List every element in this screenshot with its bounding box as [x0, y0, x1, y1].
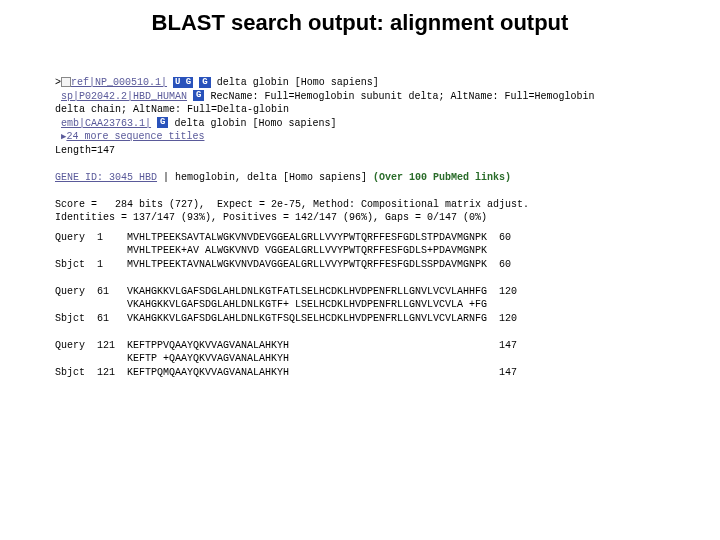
identities-line: Identities = 137/147 (93%), Positives = … [55, 211, 710, 225]
alignment-block: Query 1 MVHLTPEEKSAVTALWGKVNVDEVGGEALGRL… [55, 231, 710, 380]
page-title: BLAST search output: alignment output [120, 10, 600, 36]
blank [55, 157, 710, 171]
gene-icon[interactable]: G [199, 77, 210, 88]
alignment-row: Sbjct 61 VKAHGKKVLGAFSDGLAHLDNLKGTFSQLSE… [55, 312, 710, 326]
gene-icon[interactable]: G [193, 90, 204, 101]
hit-desc: RecName: Full=Hemoglobin subunit delta; … [204, 91, 594, 102]
alignment-row: Sbjct 121 KEFTPQMQAAYQKVVAGVANALAHKYH 14… [55, 366, 710, 380]
alignment-row [55, 271, 710, 285]
checkbox-icon[interactable] [61, 77, 71, 87]
length-line: Length=147 [55, 144, 710, 158]
alignment-row: MVHLTPEEK+AV ALWGKVNVD VGGEALGRLLVVYPWTQ… [55, 244, 710, 258]
hit-line-3: emb|CAA23763.1| G delta globin [Homo sap… [55, 117, 710, 131]
gene-desc: | hemoglobin, delta [Homo sapiens] [157, 172, 373, 183]
blast-output: >ref|NP_000510.1| U G G delta globin [Ho… [55, 76, 710, 379]
score-line: Score = 284 bits (727), Expect = 2e-75, … [55, 198, 710, 212]
pubmed-link[interactable]: (Over 100 PubMed links) [373, 172, 511, 183]
alignment-row: Sbjct 1 MVHLTPEEKTAVNALWGKVNVDAVGGEALGRL… [55, 258, 710, 272]
alignment-row: Query 1 MVHLTPEEKSAVTALWGKVNVDEVGGEALGRL… [55, 231, 710, 245]
alignment-row: KEFTP +QAAYQKVVAGVANALAHKYH [55, 352, 710, 366]
hit-wrap: delta chain; AltName: Full=Delta-globin [55, 103, 710, 117]
accession-link[interactable]: emb|CAA23763.1| [61, 118, 151, 129]
accession-link[interactable]: ref|NP_000510.1| [71, 77, 167, 88]
gene-id-link[interactable]: GENE ID: 3045 HBD [55, 172, 157, 183]
alignment-row: Query 61 VKAHGKKVLGAFSDGLAHLDNLKGTFATLSE… [55, 285, 710, 299]
hit-desc: delta globin [Homo sapiens] [211, 77, 379, 88]
gene-line: GENE ID: 3045 HBD | hemoglobin, delta [H… [55, 171, 710, 185]
gene-icon[interactable]: G [157, 117, 168, 128]
hit-desc: delta globin [Homo sapiens] [168, 118, 336, 129]
unigene-icon[interactable]: U G [173, 77, 193, 88]
blank [55, 184, 710, 198]
alignment-row [55, 325, 710, 339]
alignment-row: Query 121 KEFTPPVQAAYQKVVAGVANALAHKYH 14… [55, 339, 710, 353]
hit-line-2: sp|P02042.2|HBD_HUMAN G RecName: Full=He… [55, 90, 710, 104]
more-titles: ▶24 more sequence titles [55, 130, 710, 144]
accession-link[interactable]: sp|P02042.2|HBD_HUMAN [61, 91, 187, 102]
alignment-row: VKAHGKKVLGAFSDGLAHLDNLKGTF+ LSELHCDKLHVD… [55, 298, 710, 312]
hit-line-1: >ref|NP_000510.1| U G G delta globin [Ho… [55, 76, 710, 90]
more-link[interactable]: 24 more sequence titles [66, 131, 204, 142]
